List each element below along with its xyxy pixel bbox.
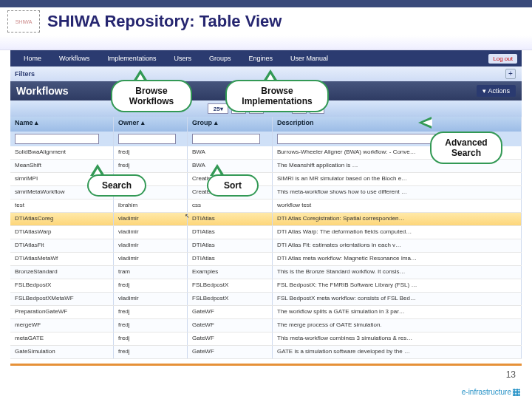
cell-name: DTIAtlasMetaWf [10,253,114,265]
cell-desc: workflow test [273,200,522,212]
page-size-select[interactable]: 25 ▾ [208,103,228,114]
cell-desc: DTI Atlas Warp: The deformation fields c… [273,226,522,239]
table-row[interactable]: FSLBedpostXfredjFSLBedpostXFSL BedpostX:… [10,279,522,293]
cell-name: BronzeStandard [10,266,114,279]
nav-workflows[interactable]: Workflows [50,52,98,65]
cell-desc: This meta-workflow combines 3 simulation… [273,332,522,345]
cell-owner: vladimir [114,226,188,239]
cell-owner: fredj [114,146,188,159]
cell-name: DTIAtlasCoreg [10,213,114,225]
filters-label: Filters [15,70,35,78]
footer-bar [10,364,522,366]
cell-group: Examples [188,266,273,279]
cell-name: DTIAtlasFit [10,239,114,252]
nav-groups[interactable]: Groups [200,52,240,65]
cell-name: test [10,200,114,212]
cell-owner: vladimir [114,213,188,225]
table-row[interactable]: BronzeStandardtramExamplesThis is the Br… [10,266,522,279]
nav-users[interactable]: Users [165,52,200,65]
cell-desc: The workflow splits a GATE simulation in… [273,306,522,318]
main-nav: Home Workflows Implementations Users Gro… [10,50,522,66]
cell-desc: FSL BedpostX: The FMRIB Software Library… [273,279,522,292]
cell-owner: fredj [114,332,188,345]
nav-engines[interactable]: Engines [239,52,282,65]
table-row[interactable]: FSLBedpostXMetaWFvladimirFSLBedpostXFSL … [10,293,522,306]
page-title: SHIWA Repository: Table View [47,12,282,31]
callout-search: Search [87,174,146,197]
cell-desc: DTI Atlas Coregistration: Spatial corres… [273,213,522,225]
nav-manual[interactable]: User Manual [282,52,337,65]
title-bar: SHIWA SHIWA Repository: Table View [0,7,532,35]
cell-name: mergeWF [10,319,114,332]
callout-browse-implementations: Browse Implementations [225,80,329,112]
table-row[interactable]: mergeWFfredjGateWFThe merge process of G… [10,319,522,332]
callout-tail [418,117,432,129]
cell-name: PreparationGateWF [10,306,114,318]
cell-owner: fredj [114,279,188,292]
slide-top-border [0,0,532,7]
einfra-icon [513,389,520,396]
cell-group: FSLBedpostX [188,279,273,292]
table-body: SolidBwaAlignmentfredjBWABurrows-Wheeler… [10,146,522,359]
cell-owner: vladimir [114,253,188,265]
cell-group: DTIAtlas [188,213,273,225]
cell-group: GateWF [188,319,273,332]
cell-owner: tram [114,266,188,279]
cell-desc: SIMRI is an MR simulator based on the Bl… [273,173,522,185]
cursor-icon: ↖ [185,213,190,219]
cell-owner: fredj [114,160,188,172]
col-desc[interactable]: Description [273,117,522,132]
callout-advanced-search: Advanced Search [430,132,502,164]
nav-home[interactable]: Home [15,52,50,65]
table-row[interactable]: DTIAtlasWarpvladimirDTIAtlasDTI Atlas Wa… [10,226,522,239]
col-owner[interactable]: Owner ▴ [114,117,188,132]
table-row[interactable]: GateSimulationfredjGateWFGATE is a simul… [10,346,522,359]
cell-name: metaGATE [10,332,114,345]
cell-group: FSLBedpostX [188,293,273,305]
cell-owner: ibrahim [114,200,188,212]
cell-owner: vladimir [114,239,188,252]
brand-label: e-infrastructure [462,388,520,396]
cell-group: DTIAtlas [188,239,273,252]
cell-desc: FSL BedpostX meta workflow: consists of … [273,293,522,305]
cell-name: SolidBwaAlignment [10,146,114,159]
slide-number: 13 [506,369,516,380]
cell-desc: DTI Atlas Fit: estimates orientations in… [273,239,522,252]
logout-link[interactable]: Log out [488,54,517,64]
filter-owner-input[interactable] [118,134,176,144]
cell-group: GateWF [188,346,273,358]
col-name[interactable]: Name ▴ [10,117,114,132]
cell-name: FSLBedpostXMetaWF [10,293,114,305]
table-row[interactable]: DTIAtlasCoregvladimirDTIAtlasDTI Atlas C… [10,213,522,226]
nav-implementations[interactable]: Implementations [98,52,165,65]
cell-name: GateSimulation [10,346,114,358]
cell-owner: fredj [114,346,188,358]
cell-owner: fredj [114,306,188,318]
table-row[interactable]: DTIAtlasFitvladimirDTIAtlasDTI Atlas Fit… [10,239,522,253]
callout-browse-workflows: Browse Workflows [111,80,192,112]
table-row[interactable]: testibrahimcssworkflow test [10,200,522,213]
shiwa-logo: SHIWA [7,10,40,33]
cell-desc: The merge process of GATE simulation. [273,319,522,332]
actions-label: Actions [488,87,510,95]
filter-name-input[interactable] [15,134,99,144]
cell-group: css [188,200,273,212]
col-group[interactable]: Group ▴ [188,117,273,132]
cell-desc: This meta-workflow shows how to use diff… [273,186,522,199]
cell-group: GateWF [188,332,273,345]
cell-group: GateWF [188,306,273,318]
cell-desc: This is the Bronze Standard workflow. It… [273,266,522,279]
cell-group: DTIAtlas [188,226,273,239]
cell-owner: vladimir [114,293,188,305]
cell-group: BWA [188,146,273,159]
callout-sort: Sort [207,174,259,197]
actions-menu[interactable]: ▾ Actions [477,85,516,97]
cell-desc: DTI Atlas meta workflow: Magnetic Resona… [273,253,522,265]
add-filter-button[interactable]: + [505,69,516,79]
column-headers: Name ▴ Owner ▴ Group ▴ Description [10,117,522,132]
table-row[interactable]: metaGATEfredjGateWFThis meta-workflow co… [10,332,522,346]
table-row[interactable]: PreparationGateWFfredjGateWFThe workflow… [10,306,522,319]
table-row[interactable]: DTIAtlasMetaWfvladimirDTIAtlasDTI Atlas … [10,253,522,266]
filter-group-input[interactable] [192,134,260,144]
cell-owner: fredj [114,319,188,332]
